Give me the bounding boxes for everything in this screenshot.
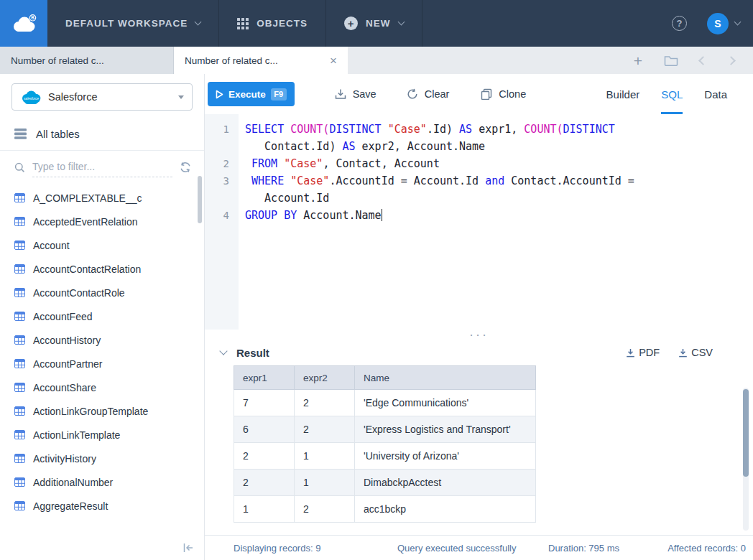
chevron-down-icon (397, 19, 405, 26)
main-panel: Execute F9 Save Clear Clone BuilderSQLDa… (205, 74, 753, 560)
connection-label: Salesforce (48, 91, 172, 103)
collapse-result-icon[interactable] (219, 347, 227, 355)
line-number: 2 (205, 155, 239, 172)
code-line: WHERE "Case".AccountId = Account.Id and … (239, 172, 634, 190)
table-list-item[interactable]: AccountContactRelation (0, 257, 204, 281)
line-number (205, 190, 239, 207)
table-cell: DimabckpAcctest (355, 470, 536, 496)
open-folder-icon[interactable] (664, 55, 678, 67)
code-line: SELECT COUNT(DISTINCT "Case".Id) AS expr… (239, 121, 615, 138)
export-csv-button[interactable]: CSV (678, 347, 713, 358)
sidebar: salesforce Salesforce All tables A_COMPL… (0, 74, 205, 560)
tab-query-2[interactable]: Number of related c... × (174, 47, 348, 74)
view-tab-builder[interactable]: Builder (606, 74, 640, 114)
execute-button[interactable]: Execute F9 (208, 82, 295, 106)
clear-icon (407, 88, 418, 100)
all-tables-header[interactable]: All tables (0, 118, 204, 151)
close-tab-icon[interactable]: × (330, 55, 337, 67)
table-cell: 2 (295, 390, 355, 416)
result-scrollbar[interactable] (743, 388, 749, 531)
top-navigation-bar: B DEFAULT WORKSPACE OBJECTS + NEW ? S (0, 0, 753, 47)
tab-label: Number of related c... (185, 55, 324, 66)
refresh-icon[interactable] (180, 162, 191, 173)
table-list-item[interactable]: ActionLinkGroupTemplate (0, 399, 204, 423)
table-list-item[interactable]: AccountHistory (0, 328, 204, 352)
result-scrollbar-thumb[interactable] (743, 389, 749, 477)
table-cell: 'Express Logistics and Transport' (355, 416, 536, 443)
panel-splitter[interactable]: ··· (205, 330, 753, 340)
connection-selector[interactable]: salesforce Salesforce (11, 83, 193, 111)
skyvia-logo[interactable]: B (0, 0, 47, 47)
tab-label: Number of related c... (11, 55, 162, 66)
collapse-sidebar-icon[interactable] (183, 542, 194, 554)
svg-text:salesforce: salesforce (24, 96, 39, 100)
editor-line: 4GROUP BY Account.Name (205, 207, 753, 224)
table-filter-input[interactable] (32, 158, 172, 177)
prev-tab-icon[interactable] (698, 56, 708, 65)
table-list-item[interactable]: AccountPartner (0, 352, 204, 375)
export-pdf-button[interactable]: PDF (626, 347, 660, 358)
editor-line: 1SELECT COUNT(DISTINCT "Case".Id) AS exp… (205, 121, 753, 138)
save-button[interactable]: Save (335, 88, 376, 100)
user-menu[interactable]: S (707, 0, 740, 47)
clear-button[interactable]: Clear (407, 88, 450, 100)
table-row[interactable]: 62'Express Logistics and Transport' (234, 416, 536, 443)
table-row[interactable]: 12acc1bckp (234, 496, 536, 523)
view-tab-data[interactable]: Data (704, 74, 727, 114)
table-cell: 2 (234, 470, 295, 496)
table-name: AccountShare (33, 382, 96, 393)
table-list-item[interactable]: AcceptedEventRelation (0, 210, 204, 233)
table-cell: 7 (234, 390, 295, 416)
sql-editor[interactable]: 1SELECT COUNT(DISTINCT "Case".Id) AS exp… (205, 114, 753, 330)
help-button[interactable]: ? (672, 16, 687, 31)
table-list-item[interactable]: AccountContactRole (0, 281, 204, 304)
column-header[interactable]: expr2 (295, 366, 355, 390)
code-line: Contact.Id) AS expr2, Account.Name (239, 138, 485, 155)
tab-query-1[interactable]: Number of related c... (0, 47, 174, 74)
table-list-item[interactable]: Account (0, 233, 204, 257)
table-row[interactable]: 72'Edge Communications' (234, 390, 536, 416)
objects-menu[interactable]: OBJECTS (219, 0, 325, 47)
view-tab-sql[interactable]: SQL (661, 74, 683, 114)
table-icon (14, 241, 25, 250)
table-list-item[interactable]: AggregateResult (0, 494, 204, 518)
new-tab-icon[interactable]: + (634, 53, 642, 68)
editor-line: Account.Id (205, 190, 753, 207)
column-header[interactable]: expr1 (234, 366, 295, 390)
table-list-item[interactable]: A_COMPLEXTABLE__c (0, 186, 204, 210)
table-icon (14, 383, 25, 392)
document-tabs-bar: Number of related c... Number of related… (0, 47, 753, 74)
table-list-item[interactable]: AccountFeed (0, 304, 204, 328)
text-cursor (382, 209, 383, 221)
workspace-selector[interactable]: DEFAULT WORKSPACE (47, 0, 218, 47)
new-menu[interactable]: + NEW (326, 0, 422, 47)
table-list-item[interactable]: ActivityHistory (0, 447, 204, 470)
table-icon (14, 193, 25, 202)
next-tab-icon[interactable] (726, 56, 736, 65)
code-line: GROUP BY Account.Name (239, 207, 382, 224)
table-row[interactable]: 21DimabckpAcctest (234, 470, 536, 496)
view-tabs: BuilderSQLData (606, 74, 753, 114)
sidebar-scrollbar[interactable] (198, 176, 202, 223)
table-list-item[interactable]: AdditionalNumber (0, 470, 204, 494)
result-table-body: 72'Edge Communications'62'Express Logist… (234, 390, 536, 523)
table-list-item[interactable]: ActionLinkTemplate (0, 423, 204, 447)
table-list-item[interactable]: AccountShare (0, 375, 204, 399)
svg-text:B: B (31, 15, 34, 20)
table-cell: 2 (234, 443, 295, 470)
table-row[interactable]: 21'University of Arizona' (234, 443, 536, 470)
table-name: AccountContactRelation (33, 263, 141, 275)
line-number: 1 (205, 121, 239, 138)
clone-button[interactable]: Clone (481, 88, 526, 100)
result-table: expr1expr2Name 72'Edge Communications'62… (234, 365, 536, 523)
table-icon (14, 454, 25, 463)
table-name: AccountPartner (33, 358, 103, 370)
column-header[interactable]: Name (355, 366, 536, 390)
chevron-down-icon (734, 19, 742, 26)
table-name: ActionLinkTemplate (33, 429, 120, 441)
editor-line: 2 FROM "Case", Contact, Account (205, 155, 753, 172)
tables-list: A_COMPLEXTABLE__cAcceptedEventRelationAc… (0, 184, 204, 518)
table-name: ActivityHistory (33, 453, 96, 465)
table-cell: 1 (234, 496, 295, 523)
table-icon (14, 501, 25, 510)
